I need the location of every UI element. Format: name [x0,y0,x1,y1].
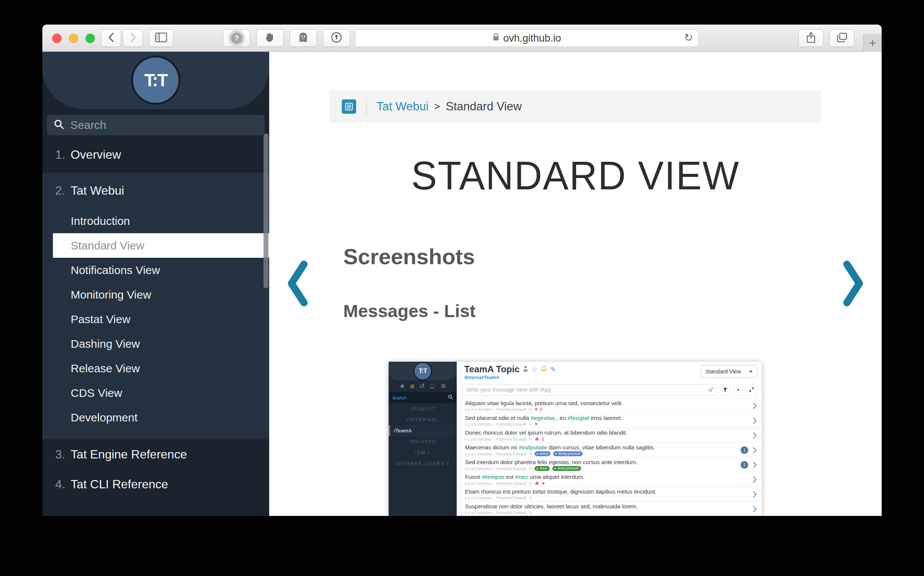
message-row[interactable]: Maecenas dictum mi #vulputate diam cursu… [457,442,762,457]
open-message-chevron[interactable] [753,403,757,411]
favorite-star-icon[interactable]: ☆ [532,365,538,373]
address-bar[interactable]: ovh.github.io ↻ [355,29,699,47]
favorites-icon[interactable]: ★ [399,382,405,390]
sidebar-item-tat-engine-reference[interactable]: 3.Tat Engine Reference [42,439,269,469]
open-message-chevron[interactable] [753,506,757,514]
link-icon[interactable]: % [528,466,532,470]
label-pill[interactable]: done [535,466,550,471]
message-row[interactable]: Suspendisse non dolor ultricies, laoreet… [457,501,762,516]
sidebar-item-monitoring-view[interactable]: Monitoring View [42,282,269,307]
mini-topic-path[interactable]: /Internal/TeamA [464,375,500,380]
minimize-window-button[interactable] [69,34,78,43]
sidebar-search[interactable]: Search [47,115,265,135]
breadcrumb-link[interactable]: Tat Webui [376,100,428,114]
chat-bubble-icon[interactable] [429,384,436,389]
sidebar-item-overview[interactable]: 1.Overview [42,137,269,173]
message-row[interactable]: Aliquam vitae ligula lacinia, pretium ur… [457,398,762,413]
history-icon[interactable]: ↺ [419,382,424,390]
label-pill[interactable]: doing:yesnault [553,451,583,456]
password-extension-button[interactable] [323,29,350,47]
mini-topic-internal[interactable]: /INTERNAL [389,414,457,425]
close-window-button[interactable] [52,34,62,43]
message-row[interactable]: Fusce #tempor est #nec urna aliquet inte… [457,472,762,486]
thumb-up-icon[interactable] [535,481,539,486]
mini-topic-search[interactable]: teamA [389,392,457,403]
sidebar-toggle-button[interactable] [149,29,173,47]
message-input[interactable]: Write your message here with #tag [462,384,717,396]
sidebar-item-tat-cli-reference[interactable]: 4.Tat CLI Reference [42,469,269,499]
mini-topic-teama[interactable]: /TeamA [389,425,457,436]
help-extension-button[interactable]: ? [223,29,250,47]
zoom-window-button[interactable] [85,34,95,43]
message-row[interactable]: Sed placerat odio et nulla #egestas , eu… [457,413,762,427]
label-pill[interactable]: doing [535,451,551,456]
sidebar-item-cds-view[interactable]: CDS View [42,381,269,405]
message-meta-text: il y a 5 minutes – Yvonnick Esnault [465,510,526,515]
sidebar-item-standard-view[interactable]: Standard View [53,233,269,258]
more-options-button[interactable]: ▾ [733,384,743,396]
sidebar-item-introduction[interactable]: Introduction [42,209,269,233]
hashtag[interactable]: #tempor [482,474,504,480]
sidebar-panel-icon [155,32,167,44]
reply-count-badge[interactable]: 2 [741,461,748,469]
open-message-chevron[interactable] [753,447,757,455]
thumb-up-icon[interactable] [535,437,539,442]
mini-topic-dm[interactable]: /DM▾ [389,447,457,458]
mini-topic-private[interactable]: /PRIVATE [389,436,457,447]
hashtag[interactable]: #nec [515,474,528,480]
bell-icon[interactable] [541,365,547,373]
sidebar-item-pastat-view[interactable]: Pastat View [42,307,269,331]
new-tab-button[interactable]: + [863,34,882,52]
reply-count-badge[interactable]: 1 [741,446,748,454]
show-tabs-button[interactable] [830,29,854,47]
mini-topic-public[interactable]: /PUBLIC [389,403,457,414]
topic-list-icon[interactable]: ≡ [410,382,414,390]
sidebar-item-development[interactable]: Development [42,405,269,430]
filter-button[interactable] [720,384,730,396]
sidebar-item-release-view[interactable]: Release View [42,356,269,381]
expand-button[interactable] [746,384,756,396]
view-selector-dropdown[interactable]: Standard View [701,365,757,378]
open-message-chevron[interactable] [753,417,757,426]
link-icon[interactable]: % [528,452,532,456]
hashtag[interactable]: #vulputate [519,444,547,451]
mini-topic-others-users[interactable]: /OTHERS USERS▾ [389,458,457,469]
open-message-chevron[interactable] [753,432,757,440]
link-icon[interactable]: % [528,482,532,486]
sidebar-scrollbar[interactable] [264,133,268,288]
hashtag[interactable]: #feugiat [567,414,589,421]
heart-icon[interactable]: ♥ [535,407,537,411]
hashtag[interactable]: #egestas [530,414,555,421]
heart-icon[interactable]: ♥ [542,481,544,486]
back-button[interactable] [101,29,121,47]
user-icon[interactable] [523,365,528,373]
sidebar-item-notifications-view[interactable]: Notifications View [42,258,269,282]
open-message-chevron[interactable] [753,491,757,499]
open-message-chevron[interactable] [753,461,757,470]
open-message-chevron[interactable] [753,476,757,485]
sidebar-item-tat-webui[interactable]: 2.Tat Webui [42,173,269,209]
forward-button[interactable] [123,29,143,47]
prev-page-arrow[interactable] [287,261,309,308]
message-row[interactable]: Sed interdum dolor pharetra felis egesta… [457,457,762,472]
link-icon[interactable]: % [528,437,532,442]
sidebar-item-dashing-view[interactable]: Dashing View [42,331,269,356]
blocker-extension-button[interactable] [256,29,283,47]
link-icon[interactable]: % [528,422,532,426]
doc-list-icon[interactable] [342,99,356,114]
settings-gear-icon[interactable]: ⚙ [440,382,446,390]
link-icon[interactable]: % [528,496,532,500]
message-row[interactable]: Etiam rhoncus est pretium tortor tristiq… [457,486,762,501]
tat-logo[interactable]: T:T [131,56,180,105]
heart-icon[interactable]: ♥ [535,422,537,426]
send-icon[interactable] [708,387,713,394]
label-pill[interactable]: done:yesnault [552,466,581,471]
link-icon[interactable]: % [528,510,532,515]
edit-pencil-icon[interactable]: ✎ [550,365,556,373]
share-button[interactable] [799,29,823,47]
link-icon[interactable]: % [528,408,532,411]
ghost-extension-button[interactable] [290,29,317,47]
message-row[interactable]: Donec rhoncus dolor vel ipsum rutrum, at… [457,427,762,442]
next-page-arrow[interactable] [842,261,864,308]
refresh-button[interactable]: ↻ [684,31,693,44]
